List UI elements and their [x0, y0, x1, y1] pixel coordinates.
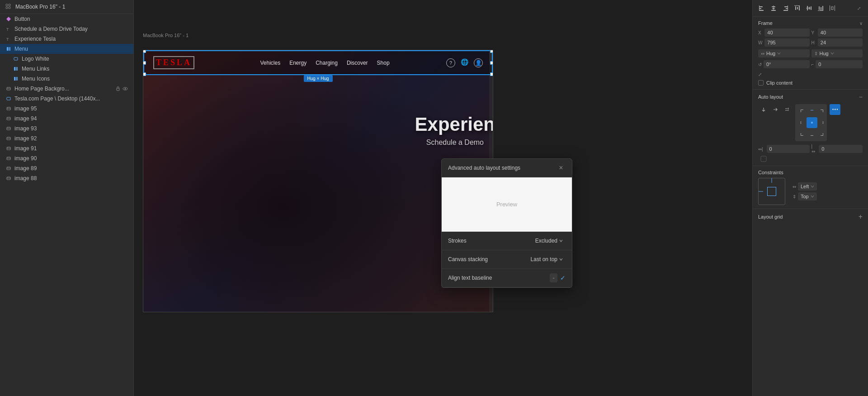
layout-grid-add-btn[interactable]: + [859, 213, 863, 221]
sidebar-item-tesla-page[interactable]: Tesla.com Page \ Desktop (1440x... [0, 94, 133, 104]
sidebar-item-img89[interactable]: image 89 [0, 163, 133, 173]
corner-input[interactable] [816, 60, 863, 68]
sidebar-item-schedule[interactable]: T Schedule a Demo Drive Today [0, 24, 133, 34]
layer-name-img95: image 95 [14, 105, 128, 112]
frame-label: Frame [758, 20, 773, 26]
w-input[interactable] [764, 38, 809, 47]
sidebar-item-menu-links[interactable]: Menu Links [0, 64, 133, 74]
tesla-nav-bar: TESLA Vehicles Energy Charging Discover … [143, 50, 493, 75]
sidebar-item-logo-white[interactable]: Logo White [0, 54, 133, 64]
h-input[interactable] [818, 38, 863, 47]
sidebar-item-img88[interactable]: image 88 [0, 173, 133, 183]
sidebar-item-menu-icons[interactable]: Menu Icons [0, 74, 133, 84]
sidebar-item-img94[interactable]: image 94 [0, 114, 133, 124]
svg-rect-7 [9, 47, 9, 51]
align-bc[interactable] [807, 129, 817, 140]
resize-controls: ⤢ [758, 71, 863, 77]
clip-content-checkbox[interactable] [758, 80, 764, 86]
hug-badge: Hug × Hug [303, 75, 332, 82]
align-baseline-dash[interactable]: - [550, 273, 557, 282]
constraint-h-row: ⇔ Left [793, 182, 863, 191]
sidebar-item-img91[interactable]: image 91 [0, 143, 133, 153]
align-right-btn[interactable] [780, 3, 791, 14]
selection-handle-mr [490, 61, 493, 65]
y-prop: Y [811, 29, 863, 37]
hug-v-chevron [830, 52, 834, 55]
w-prop: W [758, 38, 810, 47]
modal-header: Advanced auto layout settings × [442, 159, 572, 177]
auto-layout-remove-btn[interactable]: − [859, 93, 863, 100]
selection-handle-tl [143, 50, 146, 53]
sidebar-item-experience[interactable]: T Experience Tesla [0, 34, 133, 44]
sidebar-item-img90[interactable]: image 90 [0, 153, 133, 163]
direction-right-btn[interactable] [770, 104, 781, 115]
alignment-grid [795, 104, 827, 141]
align-mr[interactable] [816, 117, 827, 128]
direction-down-btn[interactable] [758, 104, 769, 115]
align-ml[interactable] [797, 117, 807, 128]
y-input[interactable] [818, 29, 863, 37]
sidebar-item-button[interactable]: Button [0, 14, 133, 24]
align-bl[interactable] [797, 129, 807, 140]
align-left-btn[interactable] [756, 3, 767, 14]
sidebar-item-img93[interactable]: image 93 [0, 124, 133, 134]
strokes-dropdown[interactable]: Excluded [533, 236, 566, 245]
angle-icon: ↺ [758, 62, 762, 67]
svg-rect-45 [774, 5, 774, 11]
constraints-body: ⇔ Left ⇕ Top [758, 178, 863, 205]
svg-text:T: T [6, 37, 9, 41]
image-icon-93 [5, 125, 12, 132]
sidebar-item-img95[interactable]: image 95 [0, 104, 133, 114]
constraint-v-select[interactable]: Top [798, 192, 817, 200]
x-input[interactable] [764, 29, 809, 37]
distribute-h-btn[interactable] [827, 3, 838, 14]
direction-wrap-btn[interactable] [782, 104, 793, 115]
layout-grid-title: Layout grid + [758, 213, 863, 221]
sidebar-item-img92[interactable]: image 92 [0, 134, 133, 143]
selection-handle-ml [143, 61, 146, 65]
svg-rect-41 [759, 5, 760, 11]
frame-icon-menu [5, 46, 12, 52]
image-icon-bg [5, 86, 12, 92]
preview-label: Preview [496, 201, 517, 208]
align-mc[interactable] [807, 117, 817, 128]
frame-section-title: Frame ∨ [758, 20, 863, 26]
align-tc[interactable] [807, 105, 817, 116]
sidebar-item-menu[interactable]: Menu [0, 44, 133, 54]
sidebar-item-home-bg[interactable]: Home Page Backgro... [0, 84, 133, 94]
align-center-v-btn[interactable] [803, 3, 814, 14]
svg-rect-64 [831, 7, 833, 10]
padding-input[interactable] [819, 145, 863, 153]
frame-icon-links [13, 66, 19, 72]
layer-name-img91: image 91 [14, 145, 128, 152]
align-tr[interactable] [816, 105, 827, 116]
hug-v-select[interactable]: ⇕ Hug [811, 49, 863, 57]
constraint-inner-box [767, 187, 776, 196]
auto-layout-more-btn[interactable]: ⋯ [830, 104, 840, 115]
layer-name-img93: image 93 [14, 125, 128, 132]
selection-handle-bl [143, 72, 146, 76]
angle-input[interactable] [764, 60, 810, 68]
layer-actions-home-bg [115, 86, 128, 91]
modal-close-button[interactable]: × [557, 163, 566, 172]
hug-h-select[interactable]: ⇔ Hug [758, 49, 810, 57]
gap-input[interactable] [767, 145, 810, 153]
canvas-stacking-label: Canvas stacking [448, 256, 488, 262]
tesla-logo: TESLA [153, 56, 194, 69]
tesla-nav-icons: ? 🌐 👤 [446, 58, 483, 67]
align-tl[interactable] [797, 105, 807, 116]
align-bottom-btn[interactable] [815, 3, 826, 14]
layer-name-home-bg: Home Page Backgro... [14, 86, 113, 92]
align-br[interactable] [816, 129, 827, 140]
layer-name-schedule: Schedule a Demo Drive Today [14, 26, 128, 32]
canvas-stacking-dropdown[interactable]: Last on top [528, 255, 566, 264]
svg-rect-13 [14, 77, 15, 81]
fullscreen-btn[interactable]: ⤢ [854, 3, 864, 14]
align-top-btn[interactable] [792, 3, 802, 14]
nav-globe-icon: 🌐 [461, 58, 468, 67]
image-icon-92 [5, 135, 12, 142]
constraint-h-select[interactable]: Left [798, 182, 817, 191]
svg-rect-49 [788, 5, 788, 11]
align-center-h-btn[interactable] [768, 3, 779, 14]
canvas: MacBook Pro 16" - 1 [134, 0, 752, 396]
